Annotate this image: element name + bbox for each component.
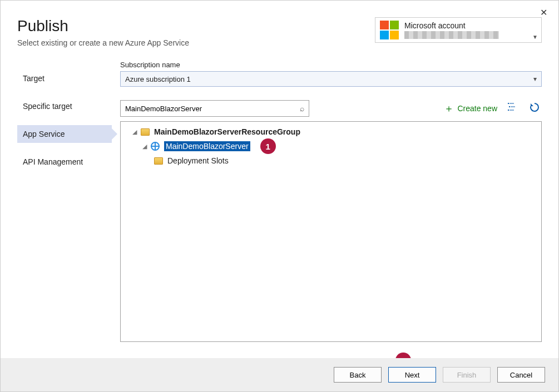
microsoft-logo-icon [380, 21, 399, 39]
svg-rect-3 [511, 106, 515, 107]
back-button[interactable]: Back [334, 367, 382, 383]
sidebar-item-label: Target [23, 74, 44, 83]
next-button[interactable]: Next [388, 367, 436, 383]
finish-button: Finish [443, 367, 491, 383]
svg-rect-5 [509, 110, 514, 110]
sidebar-item-specific-target[interactable]: Specific target [17, 97, 112, 115]
tree-deployment-slots[interactable]: Deployment Slots [121, 155, 541, 166]
tree-label-selected: MainDemoBlazorServer [164, 141, 250, 151]
chevron-down-icon: ▼ [532, 34, 538, 40]
svg-rect-2 [509, 106, 510, 107]
tree-resource-group[interactable]: ◢ MainDemoBlazorServerResourceGroup [121, 126, 541, 137]
create-new-button[interactable]: ＋ Create new [444, 102, 497, 115]
wizard-sidebar: Target Specific target App Service API M… [1, 58, 112, 342]
folder-icon [154, 157, 163, 165]
view-options-icon[interactable] [505, 101, 520, 116]
sidebar-item-label: App Service [23, 130, 65, 138]
search-icon[interactable]: ⌕ [300, 104, 304, 113]
plus-icon: ＋ [444, 102, 454, 115]
folder-icon [141, 128, 150, 136]
caret-expanded-icon[interactable]: ◢ [131, 128, 138, 136]
subscription-label: Subscription name [120, 61, 542, 69]
app-service-icon [151, 142, 160, 151]
svg-rect-4 [508, 110, 509, 111]
account-email-redacted [404, 31, 499, 39]
sidebar-item-label: Specific target [23, 102, 72, 111]
page-title: Publish [17, 17, 189, 35]
sidebar-item-target[interactable]: Target [17, 70, 112, 87]
tree-app-service[interactable]: ◢ MainDemoBlazorServer 1 [121, 137, 541, 155]
sidebar-item-app-service[interactable]: App Service [17, 125, 112, 143]
svg-rect-1 [509, 103, 514, 103]
sidebar-item-api-management[interactable]: API Management [17, 153, 112, 171]
search-input-container: ⌕ [120, 100, 309, 117]
refresh-icon[interactable] [527, 101, 542, 116]
subscription-value: Azure subscription 1 [125, 75, 191, 83]
cancel-button[interactable]: Cancel [497, 367, 545, 383]
tree-label: MainDemoBlazorServerResourceGroup [154, 127, 300, 136]
page-subtitle: Select existing or create a new Azure Ap… [17, 38, 189, 47]
annotation-marker-1: 1 [260, 138, 276, 154]
resource-tree: ◢ MainDemoBlazorServerResourceGroup ◢ Ma… [120, 121, 542, 342]
sidebar-item-label: API Management [23, 157, 83, 166]
search-input[interactable] [125, 105, 300, 113]
subscription-dropdown[interactable]: Azure subscription 1 [120, 71, 542, 87]
account-provider-label: Microsoft account [404, 21, 537, 31]
account-selector[interactable]: Microsoft account ▼ [375, 17, 542, 43]
caret-expanded-icon[interactable]: ◢ [141, 143, 149, 150]
wizard-footer: Back Next Finish Cancel [1, 358, 558, 391]
svg-rect-0 [508, 103, 509, 104]
tree-label: Deployment Slots [167, 156, 229, 165]
create-new-label: Create new [457, 104, 497, 113]
